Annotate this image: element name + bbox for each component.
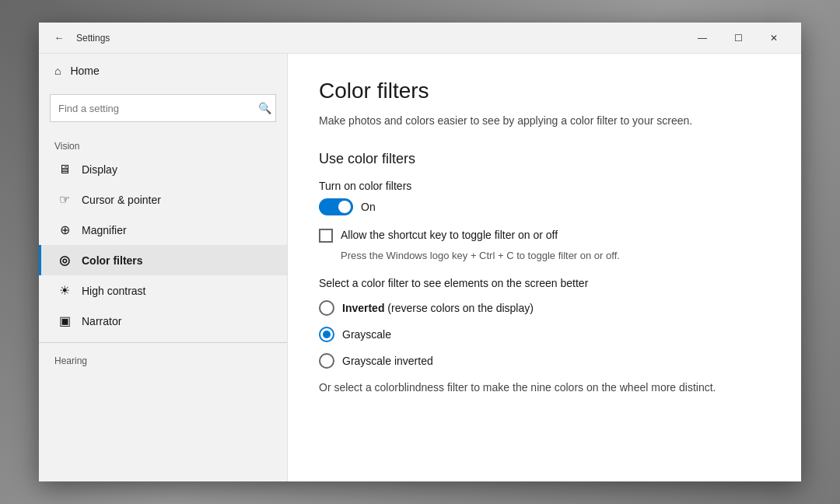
radio-inverted-bold: Inverted xyxy=(342,302,384,314)
high-contrast-label: High contrast xyxy=(82,285,145,297)
radio-option-grayscale[interactable]: Grayscale xyxy=(319,327,770,342)
radio-inverted-label: Inverted (reverse colors on the display) xyxy=(342,302,534,314)
window-title: Settings xyxy=(76,33,110,44)
color-filter-toggle[interactable] xyxy=(319,198,353,215)
radio-option-inverted[interactable]: Inverted (reverse colors on the display) xyxy=(319,300,770,316)
colorblindness-note: Or select a colorblindness filter to mak… xyxy=(319,380,770,396)
cursor-label: Cursor & pointer xyxy=(82,194,161,206)
toggle-label: Turn on color filters xyxy=(319,180,770,192)
magnifier-label: Magnifier xyxy=(82,224,127,236)
radio-grayscale-label: Grayscale xyxy=(342,328,391,341)
sidebar-item-high-contrast[interactable]: ☀ High contrast xyxy=(39,275,287,306)
main-content: Color filters Make photos and colors eas… xyxy=(288,54,801,481)
shortcut-checkbox-label: Allow the shortcut key to toggle filter … xyxy=(341,228,558,243)
minimize-button[interactable]: — xyxy=(684,23,720,54)
sidebar-item-cursor[interactable]: ☞ Cursor & pointer xyxy=(39,184,287,215)
radio-inverted-suffix: (reverse colors on the display) xyxy=(384,302,533,314)
page-description: Make photos and colors easier to see by … xyxy=(319,113,770,129)
radio-option-grayscale-inverted[interactable]: Grayscale inverted xyxy=(319,353,770,369)
toggle-knob xyxy=(338,201,351,213)
shortcut-checkbox-row: Allow the shortcut key to toggle filter … xyxy=(319,228,770,243)
sidebar: ⌂ Home 🔍 Vision 🖥 Display ☞ Cursor & poi… xyxy=(39,54,288,481)
radio-grayscale[interactable] xyxy=(319,327,334,342)
toggle-row: Turn on color filters On xyxy=(319,180,770,215)
shortcut-checkbox[interactable] xyxy=(319,229,333,243)
display-icon: 🖥 xyxy=(57,163,72,177)
sidebar-home-item[interactable]: ⌂ Home xyxy=(39,54,287,88)
use-color-filters-heading: Use color filters xyxy=(319,151,770,167)
close-button[interactable]: ✕ xyxy=(756,23,792,54)
back-button[interactable]: ← xyxy=(48,27,70,49)
display-label: Display xyxy=(82,163,117,176)
narrator-icon: ▣ xyxy=(57,313,72,328)
window-body: ⌂ Home 🔍 Vision 🖥 Display ☞ Cursor & poi… xyxy=(39,54,801,481)
radio-grayscale-inverted[interactable] xyxy=(319,353,334,369)
sidebar-item-magnifier[interactable]: ⊕ Magnifier xyxy=(39,215,287,245)
title-bar: ← Settings — ☐ ✕ xyxy=(39,23,801,54)
page-title: Color filters xyxy=(319,79,770,103)
hearing-section-label: Hearing xyxy=(39,349,287,369)
home-label: Home xyxy=(70,65,99,77)
color-filters-label: Color filters xyxy=(82,254,143,267)
sidebar-divider xyxy=(39,342,287,343)
narrator-label: Narrator xyxy=(82,315,121,327)
sidebar-item-display[interactable]: 🖥 Display xyxy=(39,155,287,184)
color-filters-icon: ◎ xyxy=(57,253,72,268)
settings-window: ← Settings — ☐ ✕ ⌂ Home 🔍 Vision 🖥 Displ… xyxy=(39,23,801,481)
toggle-state-label: On xyxy=(361,201,376,213)
toggle-container: On xyxy=(319,198,770,215)
sidebar-item-color-filters[interactable]: ◎ Color filters xyxy=(39,245,287,275)
home-icon: ⌂ xyxy=(54,65,61,77)
radio-inverted[interactable] xyxy=(319,300,334,316)
high-contrast-icon: ☀ xyxy=(57,283,72,298)
maximize-button[interactable]: ☐ xyxy=(720,23,756,54)
cursor-icon: ☞ xyxy=(57,192,72,207)
radio-grayscale-inverted-label: Grayscale inverted xyxy=(342,355,433,367)
magnifier-icon: ⊕ xyxy=(57,222,72,237)
search-icon-button[interactable]: 🔍 xyxy=(258,102,271,114)
sidebar-search-container: 🔍 xyxy=(50,94,276,122)
title-bar-left: ← Settings xyxy=(48,27,684,49)
vision-section-label: Vision xyxy=(39,135,287,155)
sidebar-item-narrator[interactable]: ▣ Narrator xyxy=(39,306,287,336)
filter-select-label: Select a color filter to see elements on… xyxy=(319,277,770,289)
shortcut-hint: Press the Windows logo key + Ctrl + C to… xyxy=(341,250,770,261)
search-input[interactable] xyxy=(50,94,276,122)
title-bar-controls: — ☐ ✕ xyxy=(684,23,792,54)
